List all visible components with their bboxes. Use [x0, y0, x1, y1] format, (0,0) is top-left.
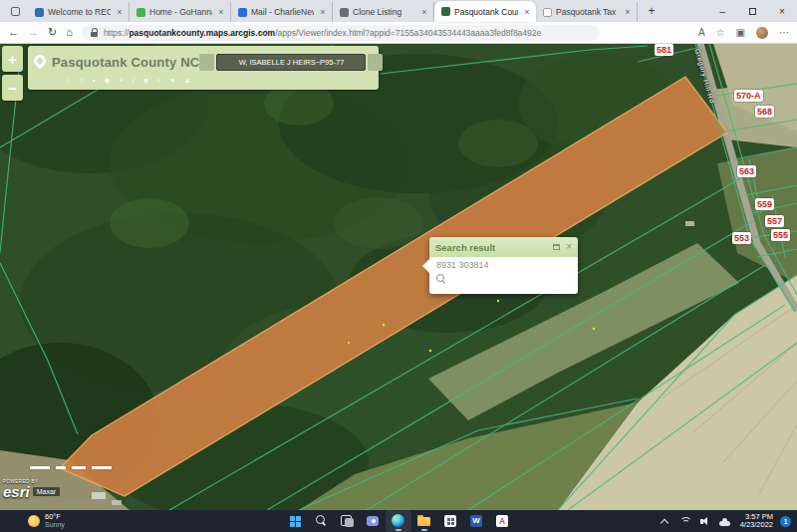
word-icon — [466, 511, 486, 531]
search-submit-button[interactable] — [368, 54, 383, 71]
zoom-to-icon[interactable] — [436, 274, 448, 286]
back-icon[interactable]: ← — [8, 27, 19, 38]
tab-close-icon[interactable]: × — [623, 7, 633, 17]
favorites-star-icon[interactable]: ☆ — [716, 28, 725, 38]
url-text: https://pasquotankcounty.maps.arcgis.com… — [104, 28, 541, 38]
lock-icon — [91, 32, 98, 37]
bookmark-icon[interactable]: ▪ — [93, 76, 96, 86]
collections-icon[interactable]: ▣ — [736, 28, 745, 38]
wifi-icon[interactable] — [676, 511, 692, 531]
weather-temp: 60°F — [45, 513, 65, 521]
tab-close-icon[interactable]: × — [216, 7, 226, 17]
chat-icon — [363, 511, 383, 531]
file-explorer-button[interactable] — [411, 510, 437, 532]
chat-button[interactable] — [360, 510, 386, 532]
acrobat-button[interactable] — [489, 510, 515, 532]
office-button[interactable] — [437, 510, 463, 532]
close-window-button[interactable]: × — [767, 0, 797, 22]
reocentral-favicon — [35, 8, 44, 17]
url-path: /apps/Viewer/index.html?appid=7155a34043… — [275, 28, 541, 38]
home-icon[interactable]: ⌂ — [66, 27, 73, 38]
measure-icon[interactable]: ▲ — [183, 76, 190, 86]
search-result-popup: Search result × 8931 303814 — [429, 237, 578, 294]
home-icon[interactable]: ⌂ — [66, 76, 71, 86]
parcel-label-555: 555 — [771, 229, 790, 241]
tab-home-gohanna[interactable]: Home - GoHanna × — [130, 2, 231, 22]
zoom-out-button[interactable]: − — [2, 75, 23, 101]
tab-pasquotank-tax-card[interactable]: Pasquotank Tax Card × — [536, 2, 638, 22]
notification-badge[interactable]: 1 — [780, 516, 791, 527]
parcel-label-568: 568 — [755, 106, 774, 118]
folder-icon — [414, 511, 434, 531]
forward-icon: → — [28, 27, 39, 38]
tab-label: Pasquotank Tax Card — [556, 7, 619, 17]
new-tab-button[interactable]: + — [642, 2, 662, 20]
tab-close-icon[interactable]: × — [522, 7, 532, 17]
url-domain: pasquotankcounty.maps.arcgis.com — [129, 28, 275, 38]
parcel-label-559: 559 — [755, 198, 774, 210]
tab-actions-icon — [11, 7, 20, 16]
info-icon[interactable]: ● — [170, 76, 175, 86]
volume-icon[interactable] — [696, 511, 712, 531]
gohanna-favicon — [136, 8, 145, 17]
zoom-in-button[interactable]: + — [2, 46, 23, 72]
search-button[interactable] — [308, 510, 334, 532]
layers-icon[interactable]: ◆ — [105, 76, 111, 86]
settings-menu-icon[interactable]: ··· — [779, 28, 789, 38]
word-button[interactable] — [463, 510, 489, 532]
maximize-icon — [749, 8, 756, 15]
share-icon[interactable]: < — [157, 76, 161, 86]
hidden-icons-chevron[interactable] — [657, 511, 672, 531]
popup-result-text: 8931 303814 — [436, 260, 571, 270]
url-field[interactable]: https://pasquotankcounty.maps.arcgis.com… — [82, 25, 600, 41]
refresh-icon[interactable]: ↻ — [48, 27, 57, 38]
windows-taskbar: 60°F Sunny 3:57 PM 4/23/2022 1 — [0, 510, 797, 532]
tab-label: Clone Listing — [353, 7, 415, 17]
office-icon — [440, 511, 460, 531]
location-pin-icon — [32, 53, 49, 70]
read-aloud-icon[interactable]: A — [698, 28, 705, 38]
url-prefix: https:// — [104, 28, 130, 38]
tab-close-icon[interactable]: × — [115, 7, 125, 17]
tab-actions-button[interactable] — [6, 3, 24, 19]
tab-label: Welcome to REOcentral — [48, 7, 111, 17]
task-view-button[interactable] — [334, 510, 360, 532]
map-canvas[interactable]: + − Pasquotank County NC ⌂ ○ ▪ ◆ + / ■ <… — [0, 44, 797, 510]
onedrive-icon[interactable] — [716, 511, 732, 531]
maximize-button[interactable] — [737, 0, 767, 22]
tab-close-icon[interactable]: × — [318, 7, 328, 17]
clock-date: 4/23/2022 — [740, 521, 773, 530]
location-pin-wrap — [34, 57, 46, 67]
acrobat-icon — [492, 511, 512, 531]
popup-close-icon[interactable]: × — [566, 242, 572, 252]
document-favicon — [543, 8, 552, 17]
tab-mail[interactable]: Mail - CharlieNewsome… × — [231, 2, 333, 22]
parcel-search-input[interactable] — [216, 54, 366, 71]
parcel-label-570a: 570-A — [734, 90, 763, 102]
weather-widget[interactable]: 60°F Sunny — [0, 513, 65, 529]
taskbar-clock[interactable]: 3:57 PM 4/23/2022 — [740, 513, 773, 530]
window-controls: – × — [707, 0, 797, 22]
start-button[interactable] — [282, 510, 308, 532]
basemap-icon[interactable]: ■ — [143, 76, 148, 86]
popup-header[interactable]: Search result × — [429, 237, 578, 257]
popup-body: 8931 303814 — [429, 257, 578, 294]
search-dropdown-button[interactable] — [199, 54, 214, 71]
extent-icon[interactable]: ○ — [80, 76, 85, 86]
draw-icon[interactable]: / — [133, 76, 134, 86]
add-data-icon[interactable]: + — [120, 76, 124, 86]
tab-pasquotank-county-active[interactable]: Pasquotank County NC × — [434, 1, 536, 22]
parcel-label-553: 553 — [732, 232, 751, 244]
profile-avatar[interactable] — [756, 27, 768, 39]
parcel-search-group — [199, 54, 383, 71]
map-zoom-controls: + − — [2, 46, 23, 101]
address-bar-actions: A ☆ ▣ ··· — [698, 27, 789, 39]
edge-button[interactable] — [386, 510, 411, 532]
tab-welcome-reocentral[interactable]: Welcome to REOcentral × — [28, 2, 130, 22]
tab-close-icon[interactable]: × — [419, 7, 429, 17]
minimize-button[interactable]: – — [707, 0, 737, 22]
tab-clone-listing[interactable]: Clone Listing × — [333, 2, 434, 22]
popup-maximize-icon[interactable] — [553, 244, 560, 250]
mail-favicon — [238, 8, 247, 17]
map-toolbar: ⌂ ○ ▪ ◆ + / ■ < ● ▲ — [66, 76, 373, 86]
